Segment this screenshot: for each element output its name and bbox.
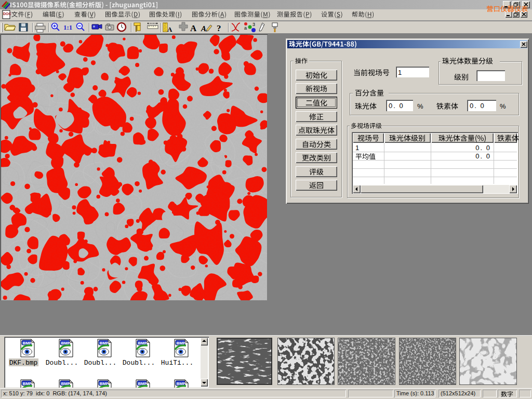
svg-text:A: A (167, 25, 172, 33)
svg-text:DOC: DOC (3, 12, 11, 16)
svg-text:?: ? (217, 23, 221, 33)
svg-text:A: A (201, 24, 206, 33)
svg-text:a: a (244, 25, 247, 31)
svg-text:3: 3 (252, 22, 255, 27)
svg-text:A: A (190, 23, 197, 33)
svg-text:1:1: 1:1 (63, 23, 72, 31)
